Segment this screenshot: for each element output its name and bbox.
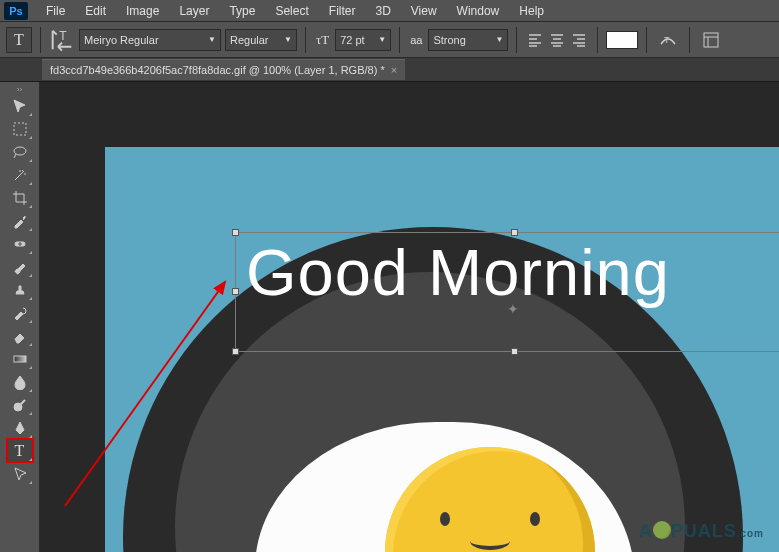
tool-preset-picker[interactable]: T — [6, 27, 32, 53]
menu-help[interactable]: Help — [509, 2, 554, 20]
chevron-down-icon: ▼ — [284, 35, 292, 44]
mouth-icon — [470, 532, 510, 550]
menu-file[interactable]: File — [36, 2, 75, 20]
collapse-toggle[interactable]: ›› — [2, 84, 38, 94]
workspace: ›› T Good Morning — [0, 82, 779, 552]
text-layer-content[interactable]: Good Morning — [236, 233, 779, 312]
menu-filter[interactable]: Filter — [319, 2, 366, 20]
history-brush-tool[interactable] — [7, 301, 33, 324]
font-family-dropdown[interactable]: Meiryo Regular▼ — [79, 29, 221, 51]
divider — [305, 27, 306, 53]
eye-icon — [440, 512, 450, 526]
marquee-tool[interactable] — [7, 117, 33, 140]
font-size-value: 72 pt — [340, 34, 364, 46]
font-size-dropdown[interactable]: 72 pt▼ — [335, 29, 391, 51]
move-tool[interactable] — [7, 94, 33, 117]
chevron-down-icon: ▼ — [208, 35, 216, 44]
resize-handle[interactable] — [232, 288, 239, 295]
font-style-value: Regular — [230, 34, 269, 46]
eye-icon — [530, 512, 540, 526]
clone-stamp-tool[interactable] — [7, 278, 33, 301]
close-tab-button[interactable]: × — [391, 64, 397, 76]
artwork-face — [425, 512, 555, 550]
align-left-button[interactable] — [525, 30, 545, 50]
menu-select[interactable]: Select — [265, 2, 318, 20]
divider — [40, 27, 41, 53]
svg-text:T: T — [664, 35, 670, 45]
text-orientation-toggle[interactable]: T — [49, 27, 75, 53]
divider — [646, 27, 647, 53]
document-canvas[interactable]: Good Morning ✦ APUALS.com — [105, 147, 779, 552]
crop-tool[interactable] — [7, 186, 33, 209]
magic-wand-tool[interactable] — [7, 163, 33, 186]
divider — [399, 27, 400, 53]
pen-tool[interactable] — [7, 416, 33, 439]
antialias-dropdown[interactable]: Strong▼ — [428, 29, 508, 51]
font-family-value: Meiryo Regular — [84, 34, 159, 46]
svg-point-7 — [14, 403, 22, 411]
menu-image[interactable]: Image — [116, 2, 169, 20]
align-right-button[interactable] — [569, 30, 589, 50]
menu-view[interactable]: View — [401, 2, 447, 20]
svg-text:T: T — [59, 29, 67, 43]
menu-bar: Ps File Edit Image Layer Type Select Fil… — [0, 0, 779, 22]
type-tool[interactable]: T — [7, 439, 33, 462]
resize-handle[interactable] — [232, 348, 239, 355]
lasso-tool[interactable] — [7, 140, 33, 163]
character-panel-button[interactable] — [698, 27, 724, 53]
warp-text-button[interactable]: T — [655, 27, 681, 53]
blur-tool[interactable] — [7, 370, 33, 393]
divider — [516, 27, 517, 53]
text-color-swatch[interactable] — [606, 31, 638, 49]
antialias-value: Strong — [433, 34, 465, 46]
canvas-viewport[interactable]: Good Morning ✦ APUALS.com — [40, 82, 779, 552]
svg-rect-2 — [704, 33, 718, 47]
divider — [689, 27, 690, 53]
svg-point-4 — [14, 147, 26, 155]
svg-rect-3 — [14, 123, 26, 135]
options-bar: T T Meiryo Regular▼ Regular▼ τT 72 pt▼ a… — [0, 22, 779, 58]
divider — [597, 27, 598, 53]
document-tab-title: fd3ccd7b49e366b4206f5ac7f8fa8dac.gif @ 1… — [50, 64, 385, 76]
svg-rect-6 — [14, 356, 26, 362]
document-tab[interactable]: fd3ccd7b49e366b4206f5ac7f8fa8dac.gif @ 1… — [42, 59, 405, 80]
gradient-tool[interactable] — [7, 347, 33, 370]
menu-edit[interactable]: Edit — [75, 2, 116, 20]
menu-3d[interactable]: 3D — [365, 2, 400, 20]
path-selection-tool[interactable] — [7, 462, 33, 485]
align-center-button[interactable] — [547, 30, 567, 50]
menu-layer[interactable]: Layer — [169, 2, 219, 20]
antialias-icon: aa — [410, 34, 422, 46]
menu-window[interactable]: Window — [447, 2, 510, 20]
resize-handle[interactable] — [232, 229, 239, 236]
app-logo: Ps — [4, 2, 28, 20]
eraser-tool[interactable] — [7, 324, 33, 347]
font-size-icon: τT — [316, 32, 329, 48]
watermark: APUALS.com — [639, 521, 764, 542]
eyedropper-tool[interactable] — [7, 209, 33, 232]
text-align-group — [525, 30, 589, 50]
brush-tool[interactable] — [7, 255, 33, 278]
dodge-tool[interactable] — [7, 393, 33, 416]
chevron-down-icon: ▼ — [496, 35, 504, 44]
resize-handle[interactable] — [511, 348, 518, 355]
text-bounding-box[interactable]: Good Morning ✦ — [235, 232, 779, 352]
tools-panel: ›› T — [0, 82, 40, 552]
healing-brush-tool[interactable] — [7, 232, 33, 255]
resize-handle[interactable] — [511, 229, 518, 236]
chevron-down-icon: ▼ — [378, 35, 386, 44]
document-tab-bar: fd3ccd7b49e366b4206f5ac7f8fa8dac.gif @ 1… — [0, 58, 779, 82]
menu-type[interactable]: Type — [219, 2, 265, 20]
font-style-dropdown[interactable]: Regular▼ — [225, 29, 297, 51]
